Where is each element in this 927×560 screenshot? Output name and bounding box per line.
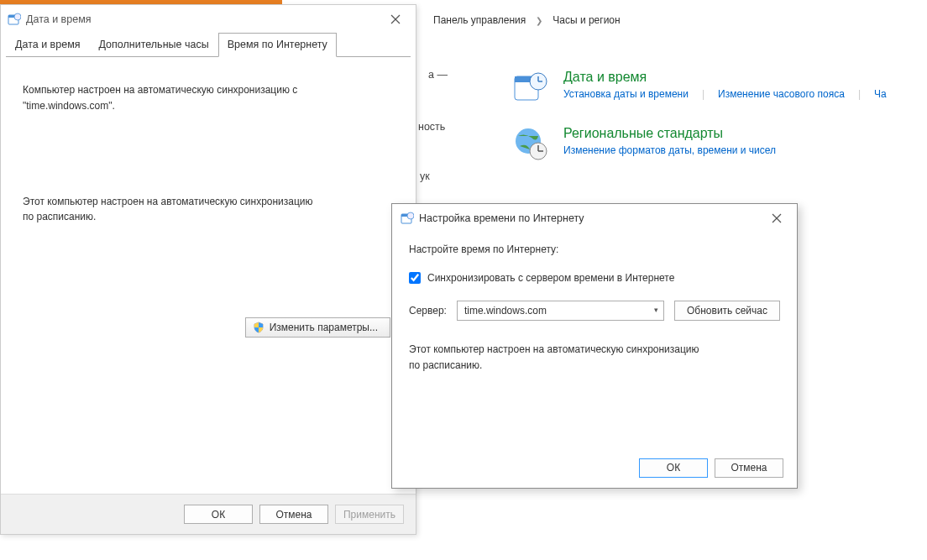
sync-info-text: Компьютер настроен на автоматическую син… bbox=[23, 82, 394, 114]
breadcrumb-current[interactable]: Часы и регион bbox=[553, 14, 620, 26]
svg-point-11 bbox=[14, 13, 21, 20]
shield-icon bbox=[253, 322, 264, 333]
cp-truncated-link[interactable]: Ча bbox=[874, 88, 887, 100]
server-value: time.windows.com bbox=[464, 303, 547, 318]
chevron-down-icon: ▾ bbox=[654, 305, 658, 317]
titlebar[interactable]: Дата и время bbox=[1, 5, 416, 33]
tab-row: Дата и время Дополнительные часы Время п… bbox=[1, 33, 416, 57]
sync-checkbox-label: Синхронизировать с сервером времени в Ин… bbox=[427, 270, 674, 285]
calendar-clock-icon bbox=[513, 70, 548, 105]
cp-datetime-item: Дата и время Установка даты и времени | … bbox=[513, 70, 927, 105]
apply-button: Применить bbox=[335, 505, 404, 524]
svg-point-16 bbox=[407, 212, 414, 219]
cp-datetime-link[interactable]: Дата и время bbox=[563, 70, 887, 85]
breadcrumb-parent[interactable]: Панель управления bbox=[433, 14, 526, 26]
ok-button[interactable]: ОК bbox=[639, 458, 708, 478]
peek-text: а — bbox=[428, 69, 448, 81]
internet-time-settings-dialog: Настройка времени по Интернету Настройте… bbox=[391, 203, 798, 489]
cp-set-datetime-link[interactable]: Установка даты и времени bbox=[563, 88, 689, 100]
divider: | bbox=[858, 88, 861, 100]
update-now-button[interactable]: Обновить сейчас bbox=[674, 301, 780, 321]
cancel-button[interactable]: Отмена bbox=[715, 458, 783, 478]
divider: | bbox=[702, 88, 704, 100]
dialog-footer: ОК Отмена bbox=[392, 447, 797, 488]
cp-region-link[interactable]: Региональные стандарты bbox=[563, 126, 776, 141]
dialog-footer: ОК Отмена Применить bbox=[1, 494, 416, 534]
tab-additional-clocks[interactable]: Дополнительные часы bbox=[90, 33, 218, 57]
schedule-info-text: Этот компьютер настроен на автоматическу… bbox=[409, 342, 780, 374]
cp-region-formats-link[interactable]: Изменение форматов даты, времени и чисел bbox=[563, 144, 776, 156]
chevron-right-icon: ❯ bbox=[536, 16, 542, 25]
dialog-title: Дата и время bbox=[26, 13, 372, 25]
close-icon bbox=[390, 14, 401, 24]
tab-panel-internet-time: Компьютер настроен на автоматическую син… bbox=[6, 56, 411, 499]
server-label: Сервер: bbox=[409, 303, 447, 318]
sync-checkbox[interactable] bbox=[409, 272, 421, 284]
tab-internet-time[interactable]: Время по Интернету bbox=[218, 33, 337, 57]
close-icon bbox=[772, 213, 782, 223]
cp-region-item: Региональные стандарты Изменение формато… bbox=[513, 126, 927, 161]
tab-datetime[interactable]: Дата и время bbox=[6, 33, 90, 57]
lead-text: Настройте время по Интернету: bbox=[409, 242, 780, 257]
peek-text: ук bbox=[420, 170, 430, 182]
calendar-icon bbox=[401, 212, 414, 225]
ok-button[interactable]: ОК bbox=[184, 505, 253, 524]
change-settings-label: Изменить параметры... bbox=[270, 322, 378, 333]
breadcrumb[interactable]: Панель управления ❯ Часы и регион bbox=[416, 0, 927, 40]
calendar-icon bbox=[8, 13, 21, 26]
titlebar[interactable]: Настройка времени по Интернету bbox=[392, 204, 797, 232]
cancel-button[interactable]: Отмена bbox=[259, 505, 328, 524]
datetime-dialog: Дата и время Дата и время Дополнительные… bbox=[0, 4, 416, 535]
dialog-title: Настройка времени по Интернету bbox=[419, 212, 753, 224]
schedule-info-text: Этот компьютер настроен на автоматическу… bbox=[23, 194, 394, 226]
close-button[interactable] bbox=[377, 8, 414, 31]
server-combobox[interactable]: time.windows.com ▾ bbox=[457, 301, 664, 321]
peek-text: ность bbox=[418, 121, 445, 133]
cp-change-tz-link[interactable]: Изменение часового пояса bbox=[718, 88, 845, 100]
change-settings-button[interactable]: Изменить параметры... bbox=[245, 317, 390, 338]
globe-clock-icon bbox=[513, 126, 548, 161]
close-button[interactable] bbox=[758, 207, 795, 230]
